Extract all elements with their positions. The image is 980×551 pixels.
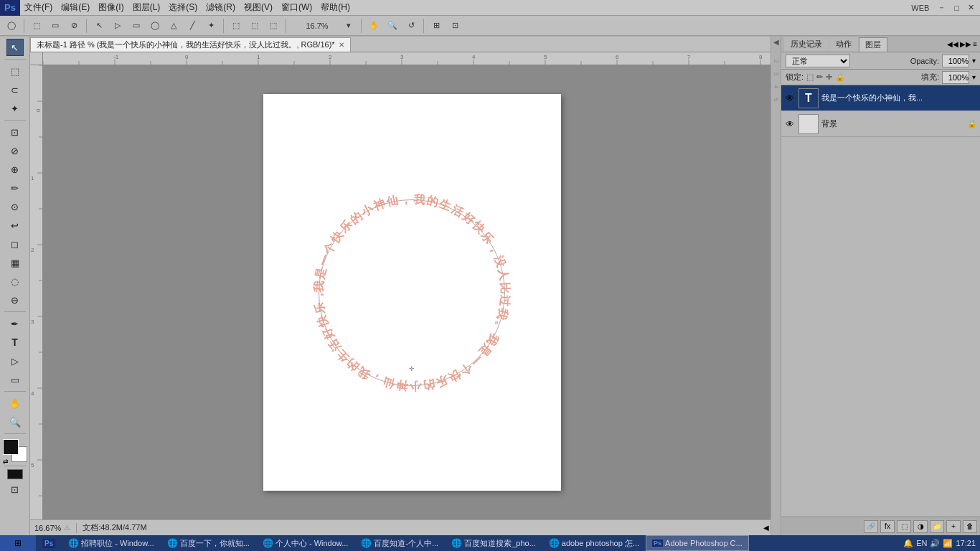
tool-option-ellipse[interactable]: ◯: [3, 18, 20, 34]
taskbar-network-icon[interactable]: 📶: [943, 539, 953, 548]
tool-eraser[interactable]: ◻: [6, 235, 24, 253]
panel-menu-icon[interactable]: ≡: [973, 40, 977, 48]
layer-visibility-bg[interactable]: 👁: [784, 118, 796, 130]
blend-mode-select[interactable]: 正常: [786, 55, 850, 67]
menu-help[interactable]: 帮助(H): [316, 0, 354, 15]
tool-marquee[interactable]: ⬚: [6, 62, 24, 80]
taskbar-volume-icon[interactable]: 🔊: [930, 539, 940, 548]
tool-shape2[interactable]: ◯: [146, 18, 164, 34]
tab-history[interactable]: 历史记录: [784, 37, 829, 52]
swap-colors-icon[interactable]: ⇄: [3, 458, 9, 465]
tool-custom[interactable]: ✦: [202, 18, 220, 34]
tool-option-fill[interactable]: ⊘: [65, 18, 83, 34]
taskbar-item-zhidao1[interactable]: 🌐 百度知道-个人中...: [354, 535, 445, 551]
new-layer-btn[interactable]: +: [946, 520, 961, 533]
taskbar-item-baidu1[interactable]: 🌐 百度一下，你就知...: [161, 535, 256, 551]
taskbar-item-ie1[interactable]: 🌐 招聘职位 - Window...: [62, 535, 160, 551]
layer-visibility-text[interactable]: 👁: [784, 93, 796, 104]
lock-transparent-icon[interactable]: ⬚: [806, 72, 814, 82]
foreground-color-swatch[interactable]: [3, 439, 19, 455]
fill-dropdown[interactable]: ▾: [972, 73, 976, 81]
start-button[interactable]: ⊞: [0, 535, 36, 551]
zoom-selector[interactable]: 16.7 %: [296, 18, 339, 34]
add-mask-btn[interactable]: ⬚: [897, 520, 911, 533]
doc-tab-close[interactable]: ✕: [339, 41, 344, 49]
tool-lasso[interactable]: ⊂: [6, 81, 24, 98]
tool-pen[interactable]: ✒: [6, 315, 24, 332]
tool-dodge[interactable]: ⊖: [6, 291, 24, 309]
document-tab-1[interactable]: 未标题-1 路径 % (我是一个快乐的小神仙，我的生活好快乐，没人比过我。, R…: [30, 37, 351, 52]
tool-move[interactable]: ↖: [6, 39, 24, 56]
tool-option-select-all[interactable]: ⬚: [28, 18, 45, 34]
tool-gradient[interactable]: ▦: [6, 254, 24, 271]
minimize-btn[interactable]: －: [935, 2, 948, 13]
lock-all-icon[interactable]: 🔒: [835, 72, 845, 82]
menu-filter[interactable]: 滤镜(R): [202, 0, 240, 15]
menu-select[interactable]: 选择(S): [164, 0, 202, 15]
view-btn2[interactable]: ⊡: [446, 18, 463, 34]
new-adjustment-btn[interactable]: ◑: [913, 520, 928, 533]
taskbar-lang-icon[interactable]: EN: [916, 539, 927, 547]
rotate-tool[interactable]: ↺: [402, 18, 420, 34]
link-layers-btn[interactable]: 🔗: [864, 520, 878, 533]
taskbar-item-adobe-ps[interactable]: Ps Adobe Photoshop C...: [646, 535, 749, 551]
add-style-btn[interactable]: fx: [880, 520, 895, 533]
panel-collapse-left[interactable]: ◀◀: [947, 40, 958, 48]
tool-screen-mode[interactable]: ⊡: [6, 481, 24, 498]
tool-magic-wand[interactable]: ✦: [6, 100, 24, 117]
menu-layer[interactable]: 图层(L): [128, 0, 165, 15]
panel-collapse-right[interactable]: ▶▶: [960, 40, 971, 48]
maximize-btn[interactable]: □: [951, 4, 962, 12]
menu-image[interactable]: 图像(I): [94, 0, 128, 15]
opacity-dropdown[interactable]: ▾: [972, 57, 976, 65]
opacity-input[interactable]: [942, 55, 969, 67]
tool-blur[interactable]: ◌: [6, 273, 24, 290]
lock-position-icon[interactable]: ✛: [826, 72, 832, 82]
panel-expand-icon[interactable]: ◀: [773, 38, 779, 46]
prev-btn[interactable]: ◀: [763, 524, 769, 532]
tool-healing[interactable]: ⊕: [6, 161, 24, 178]
new-group-btn[interactable]: 📁: [930, 520, 944, 533]
tool-line[interactable]: ╱: [184, 18, 201, 34]
tool-shape[interactable]: ▭: [6, 371, 24, 388]
tab-actions[interactable]: 动作: [829, 37, 858, 52]
workspace-label[interactable]: WEB: [908, 4, 932, 12]
menu-file[interactable]: 文件(F): [20, 0, 57, 15]
lock-pixels-icon[interactable]: ✏: [816, 72, 823, 82]
tool-extra2[interactable]: ⬚: [246, 18, 263, 34]
tool-crop[interactable]: ⊡: [6, 123, 24, 141]
tool-hand[interactable]: ✋: [6, 395, 24, 412]
tool-brush[interactable]: ✏: [6, 179, 24, 197]
tool-extra3[interactable]: ⬚: [265, 18, 282, 34]
delete-layer-btn[interactable]: 🗑: [963, 520, 977, 533]
tool-polygon[interactable]: △: [165, 18, 182, 34]
tab-layers[interactable]: 图层: [859, 37, 887, 52]
menu-edit[interactable]: 编辑(E): [57, 0, 94, 15]
tool-path-arrow[interactable]: ↖: [90, 18, 108, 34]
hand-tool[interactable]: ✋: [365, 18, 382, 34]
tool-option-rect[interactable]: ▭: [47, 18, 64, 34]
fill-input[interactable]: [942, 71, 969, 84]
tool-shape1[interactable]: ▭: [128, 18, 145, 34]
taskbar-item-personal[interactable]: 🌐 个人中心 - Window...: [256, 535, 354, 551]
close-btn[interactable]: ✕: [965, 3, 977, 12]
tool-extra1[interactable]: ⬚: [227, 18, 245, 34]
menu-view[interactable]: 视图(V): [240, 0, 277, 15]
tool-path-node[interactable]: ▷: [109, 18, 126, 34]
zoom-dropdown-btn[interactable]: ▾: [340, 18, 357, 34]
taskbar-item-zhidao2[interactable]: 🌐 百度知道搜索_pho...: [445, 535, 542, 551]
tool-stamp[interactable]: ⊙: [6, 198, 24, 215]
tool-eyedropper[interactable]: ⊘: [6, 142, 24, 159]
tool-zoom[interactable]: 🔍: [6, 413, 24, 430]
path-anchor-point[interactable]: ✛: [409, 365, 415, 372]
menu-window[interactable]: 窗口(W): [277, 0, 316, 15]
taskbar-item-adobe-web[interactable]: 🌐 adobe photoshop 怎...: [542, 535, 646, 551]
tool-text[interactable]: T: [6, 334, 24, 351]
zoom-tool[interactable]: 🔍: [384, 18, 401, 34]
taskbar-item-ps-logo[interactable]: Ps: [36, 535, 62, 551]
layer-item-text[interactable]: 👁 T 我是一个快乐的小神仙，我...: [781, 85, 980, 111]
tool-path-select[interactable]: ▷: [6, 352, 24, 369]
tool-history-brush[interactable]: ↩: [6, 217, 24, 234]
tool-mask[interactable]: [7, 469, 23, 479]
view-btn1[interactable]: ⊞: [428, 18, 445, 34]
